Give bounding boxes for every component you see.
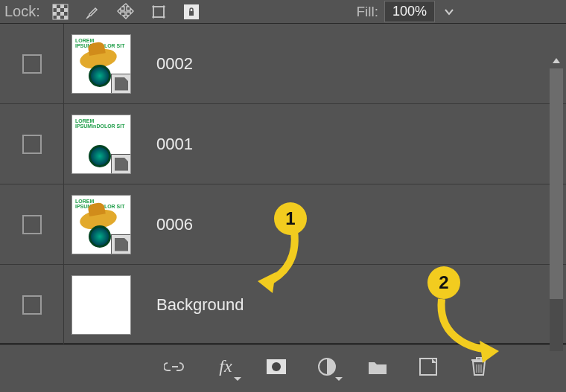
svg-rect-1 — [53, 4, 57, 8]
new-layer-icon[interactable] — [417, 356, 439, 378]
svg-rect-5 — [53, 12, 57, 16]
svg-rect-7 — [57, 16, 60, 19]
annotation-marker-2: 2 — [427, 266, 460, 299]
layer-row[interactable]: Background — [0, 265, 566, 345]
svg-rect-6 — [60, 12, 64, 16]
mask-icon[interactable] — [265, 356, 287, 378]
layer-name[interactable]: 0002 — [156, 54, 193, 74]
lock-artboard-icon[interactable] — [149, 2, 168, 22]
layer-name[interactable]: Background — [156, 295, 244, 315]
link-layers-icon[interactable] — [164, 356, 186, 378]
layer-thumbnail[interactable]: LOREM IPSUM\nDOLOR SIT — [71, 195, 131, 254]
scrollbar-thumb[interactable] — [550, 68, 563, 299]
lock-all-icon[interactable] — [182, 2, 201, 22]
svg-rect-8 — [64, 16, 68, 19]
group-icon[interactable] — [366, 356, 389, 378]
lock-label: Lock: — [4, 3, 40, 20]
lock-icon-group — [51, 2, 201, 22]
layer-row[interactable]: LOREM IPSUM\nDOLOR SIT 0001 — [0, 104, 566, 184]
lock-transparency-icon[interactable] — [51, 2, 70, 22]
layer-row[interactable]: LOREM IPSUM\nDOLOR SIT 0002 — [0, 24, 566, 104]
adjustment-layer-icon[interactable] — [316, 356, 338, 378]
annotation-marker-1: 1 — [274, 202, 307, 235]
layers-panel: LOREM IPSUM\nDOLOR SIT 0002 LOREM IPSUM\… — [0, 24, 566, 344]
visibility-toggle[interactable] — [22, 135, 42, 154]
svg-rect-9 — [153, 7, 164, 17]
fill-label: Fill: — [356, 4, 378, 20]
scroll-up-icon[interactable] — [550, 54, 563, 68]
svg-point-17 — [272, 362, 281, 371]
layer-thumbnail[interactable] — [71, 275, 131, 335]
visibility-toggle[interactable] — [22, 54, 42, 74]
svg-rect-2 — [60, 4, 64, 8]
fill-value-box[interactable]: 100% — [384, 1, 435, 22]
fx-icon[interactable]: fx — [214, 356, 237, 378]
scrollbar-track[interactable] — [550, 68, 563, 351]
visibility-toggle[interactable] — [22, 215, 42, 234]
trash-icon[interactable] — [468, 356, 490, 378]
lock-brush-icon[interactable] — [83, 2, 103, 22]
layer-name[interactable]: 0006 — [156, 215, 193, 234]
layer-name[interactable]: 0001 — [156, 135, 193, 154]
svg-rect-15 — [189, 11, 194, 16]
chevron-down-icon[interactable] — [441, 4, 457, 20]
layer-thumbnail[interactable]: LOREM IPSUM\nDOLOR SIT — [71, 34, 131, 94]
svg-rect-4 — [64, 8, 68, 12]
layer-thumbnail[interactable]: LOREM IPSUM\nDOLOR SIT — [71, 115, 131, 174]
lock-position-icon[interactable] — [116, 2, 136, 22]
svg-rect-3 — [57, 8, 60, 12]
visibility-toggle[interactable] — [22, 295, 42, 315]
